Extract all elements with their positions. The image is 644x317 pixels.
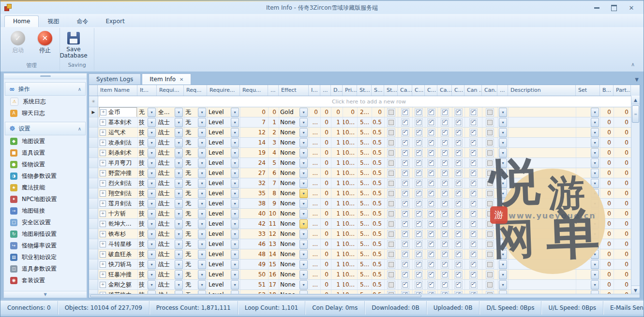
checkbox-cell[interactable] [452, 107, 465, 117]
dropdown-button[interactable] [591, 108, 599, 117]
row-indicator[interactable] [89, 229, 98, 239]
column-header-6[interactable]: Requ... [240, 85, 268, 96]
checkbox-cell[interactable] [438, 138, 452, 147]
numeric-cell[interactable]: 0.5 [372, 128, 385, 137]
checkbox-cell[interactable] [438, 158, 452, 168]
combo-cell[interactable]: Level [208, 249, 240, 259]
checkbox-cell[interactable] [465, 168, 482, 178]
combo-cell[interactable]: Level [208, 219, 240, 229]
dropdown-cell[interactable] [498, 249, 509, 259]
chevron-up-icon[interactable]: ∧ [78, 126, 81, 131]
combo-cell[interactable]: 技 [138, 219, 157, 229]
dropdown-button[interactable] [300, 148, 308, 158]
checkbox-cell[interactable] [482, 178, 498, 188]
column-header-4[interactable]: Req... [184, 85, 207, 96]
numeric-cell[interactable]: 32 [240, 178, 269, 188]
numeric-cell[interactable]: ... [309, 117, 321, 127]
checkbox-cell[interactable] [438, 178, 452, 188]
row-indicator[interactable] [89, 259, 98, 269]
numeric-cell[interactable]: 1 [331, 229, 343, 239]
checkbox[interactable] [401, 220, 409, 228]
checkbox[interactable] [469, 220, 478, 228]
checkbox-cell[interactable] [482, 280, 498, 289]
checkbox[interactable] [486, 250, 494, 259]
row-indicator[interactable] [89, 270, 98, 279]
checkbox[interactable] [454, 108, 463, 116]
checkbox-cell[interactable] [438, 229, 452, 239]
dropdown-button[interactable] [591, 230, 599, 239]
dropdown-button[interactable] [175, 219, 183, 229]
column-header-8[interactable]: Effect [279, 85, 309, 96]
numeric-cell[interactable]: 1 [331, 239, 343, 249]
numeric-cell[interactable]: 0 [614, 158, 631, 168]
checkbox-cell[interactable] [385, 229, 398, 239]
dropdown-button[interactable] [300, 209, 308, 218]
checkbox-cell[interactable] [438, 128, 452, 137]
expand-icon[interactable]: + [100, 272, 106, 278]
numeric-cell[interactable]: 5... [358, 178, 372, 188]
expand-icon[interactable]: + [100, 241, 106, 247]
numeric-cell[interactable]: 5... [358, 280, 372, 289]
numeric-cell[interactable]: 0.5 [372, 148, 385, 158]
expand-icon[interactable]: + [100, 201, 106, 207]
dropdown-button[interactable] [148, 148, 156, 158]
dropdown-button[interactable] [148, 219, 156, 229]
column-header-22[interactable]: Can... [482, 85, 497, 96]
checkbox[interactable] [415, 220, 423, 228]
table-row[interactable]: +莲月剑法技战士无Level389None...0110...5...0.500 [89, 199, 640, 209]
item-name-cell[interactable]: +快刀斩马 [98, 259, 138, 269]
numeric-cell[interactable]: 0.5 [372, 199, 385, 208]
dropdown-button[interactable] [198, 240, 206, 249]
checkbox-cell[interactable] [413, 117, 425, 127]
numeric-cell[interactable]: ... [309, 270, 321, 279]
numeric-cell[interactable]: 12 [269, 229, 279, 239]
checkbox-cell[interactable] [482, 249, 498, 259]
tab-close-icon[interactable]: ✕ [180, 74, 183, 85]
checkbox-cell[interactable] [425, 259, 438, 269]
numeric-cell[interactable]: 1 [331, 219, 343, 229]
dropdown-button[interactable] [300, 280, 308, 289]
numeric-cell[interactable]: 0 [321, 209, 331, 218]
numeric-cell[interactable]: 1 [331, 128, 343, 137]
sidebar-item-系统日志[interactable]: ⚠系统日志 [4, 96, 87, 107]
dropdown-button[interactable] [148, 128, 156, 137]
combo-cell[interactable]: 战士 [157, 138, 184, 147]
numeric-cell[interactable]: 0 [309, 107, 321, 117]
combo-cell[interactable]: 技 [138, 117, 157, 127]
column-header-1[interactable]: Item Name [98, 85, 137, 96]
combo-cell[interactable]: None [279, 259, 309, 269]
numeric-cell[interactable]: 5... [358, 199, 372, 208]
numeric-cell[interactable]: 4 [269, 148, 279, 158]
vertical-scroll-thumb[interactable]: ≡ [632, 105, 639, 123]
dropdown-button[interactable] [231, 270, 239, 279]
dropdown-button[interactable] [591, 260, 599, 269]
expand-icon[interactable]: + [100, 190, 106, 197]
numeric-cell[interactable]: 10... [343, 280, 358, 289]
checkbox-cell[interactable] [482, 199, 498, 208]
item-name-cell[interactable]: +铁布杉 [98, 229, 138, 239]
numeric-cell[interactable]: 0 [614, 280, 631, 289]
numeric-cell[interactable]: 0.5 [372, 229, 385, 239]
column-header-13[interactable]: St... [357, 85, 372, 96]
dropdown-button[interactable] [198, 158, 206, 168]
numeric-cell[interactable]: 0 [614, 249, 631, 259]
checkbox-cell[interactable] [398, 158, 413, 168]
description-cell[interactable] [509, 270, 576, 279]
numeric-cell[interactable]: 5... [358, 239, 372, 249]
column-header-23[interactable]: ... [497, 85, 508, 96]
checkbox-cell[interactable] [413, 219, 425, 229]
combo-cell[interactable] [576, 158, 600, 168]
numeric-cell[interactable]: 0 [600, 117, 614, 127]
checkbox[interactable] [441, 139, 449, 147]
checkbox-cell[interactable] [385, 209, 398, 218]
numeric-cell[interactable]: 5... [358, 219, 372, 229]
combo-cell[interactable]: 战士 [157, 280, 184, 289]
sidebar-item-魔法技能[interactable]: ★魔法技能 [4, 182, 87, 193]
expand-icon[interactable]: + [100, 130, 106, 136]
combo-cell[interactable] [576, 178, 600, 188]
numeric-cell[interactable]: 3 [269, 138, 279, 147]
combo-cell[interactable]: Level [208, 239, 240, 249]
dropdown-button[interactable] [499, 270, 507, 279]
numeric-cell[interactable]: 0 [614, 138, 631, 147]
combo-cell[interactable]: 无 [184, 178, 208, 188]
